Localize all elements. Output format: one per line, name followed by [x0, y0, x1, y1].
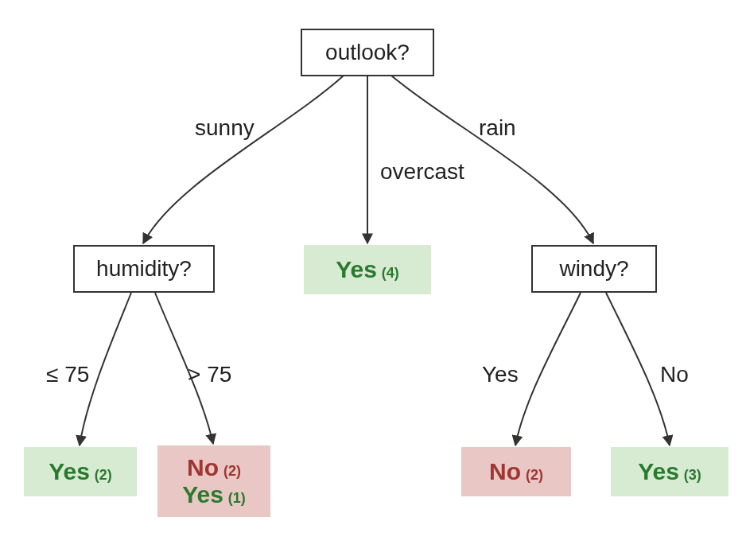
leaf-count: (4) — [382, 265, 399, 282]
leaf-overcast-yes: Yes (4) — [304, 245, 431, 294]
edge-windy-yes — [515, 293, 581, 445]
leaf-label: Yes — [49, 458, 90, 486]
leaf-line: Yes (2) — [49, 458, 112, 486]
leaf-label: Yes — [182, 481, 223, 509]
edge-label-gt75: > 75 — [188, 362, 231, 387]
leaf-line: Yes (1) — [182, 481, 246, 509]
leaf-humidity-le75: Yes (2) — [24, 447, 137, 496]
decision-tree-diagram: { "nodes": { "root": { "label": "outlook… — [0, 0, 746, 560]
node-windy: windy? — [531, 245, 657, 293]
leaf-label: Yes — [336, 256, 377, 284]
edge-label-windy-yes: Yes — [482, 362, 519, 387]
leaf-line: Yes (4) — [336, 256, 399, 284]
leaf-line: No (2) — [187, 454, 241, 482]
leaf-humidity-gt75: No (2) Yes (1) — [157, 445, 270, 517]
leaf-windy-yes: No (2) — [461, 447, 571, 496]
leaf-line: No (2) — [489, 458, 543, 486]
leaf-label: No — [489, 458, 521, 486]
leaf-count: (2) — [223, 463, 241, 480]
edge-label-overcast: overcast — [380, 159, 464, 185]
leaf-count: (2) — [526, 467, 543, 484]
edge-sunny — [143, 76, 344, 243]
leaf-count: (1) — [228, 490, 246, 507]
leaf-line: Yes (3) — [638, 458, 701, 486]
edge-label-rain: rain — [479, 115, 516, 141]
node-outlook: outlook? — [301, 29, 434, 76]
edge-label-windy-no: No — [660, 362, 689, 387]
leaf-label: Yes — [638, 458, 679, 486]
node-humidity: humidity? — [73, 245, 215, 293]
leaf-windy-no: Yes (3) — [611, 447, 729, 496]
leaf-count: (3) — [684, 467, 701, 484]
leaf-label: No — [187, 454, 219, 482]
edge-label-sunny: sunny — [195, 115, 254, 141]
leaf-count: (2) — [95, 467, 112, 484]
edge-label-le75: ≤ 75 — [46, 362, 89, 387]
